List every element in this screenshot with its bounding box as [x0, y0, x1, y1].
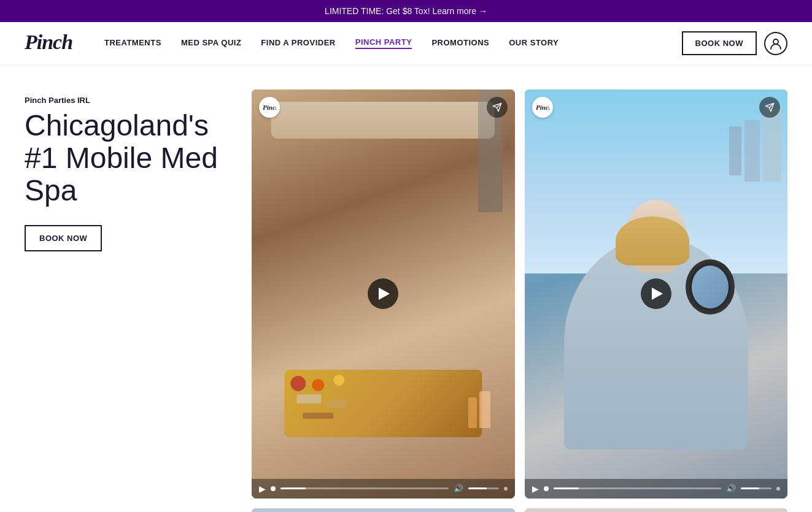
- pinch-badge-2: Pinch: [532, 97, 553, 118]
- videos-grid: Pinch ▶ 🔊: [252, 90, 787, 512]
- ctrl-extra-dot-2: [776, 487, 780, 491]
- video-controls-2: ▶ 🔊: [525, 479, 788, 499]
- ctrl-volume-1[interactable]: 🔊: [454, 484, 463, 493]
- ctrl-progress-2[interactable]: [554, 487, 722, 489]
- ctrl-dot-2: [544, 486, 549, 491]
- logo[interactable]: Pinch: [25, 29, 80, 57]
- ctrl-extra-dot-1: [504, 487, 508, 491]
- share-button-2[interactable]: [759, 97, 780, 118]
- ctrl-dot-1: [271, 486, 276, 491]
- nav-find-provider[interactable]: FIND A PROVIDER: [261, 38, 335, 48]
- nav-book-now-button[interactable]: BOOK NOW: [682, 31, 757, 55]
- navbar: Pinch TREATMENTS MED SPA QUIZ FIND A PRO…: [0, 22, 812, 65]
- play-button-1[interactable]: [368, 278, 398, 309]
- nav-pinch-party[interactable]: PINCH PARTY: [355, 37, 412, 49]
- main-content: Pinch Parties IRL Chicagoland's #1 Mobil…: [0, 65, 812, 512]
- video-card-3: Pinch Botox in Chicago ▶▶ ▶ 🔊: [252, 508, 515, 512]
- banner-text: LIMITED TIME: Get $8 Tox! Learn more: [325, 6, 476, 16]
- sidebar-label: Pinch Parties IRL: [25, 96, 233, 105]
- share-button-1[interactable]: [487, 97, 508, 118]
- nav-links: TREATMENTS MED SPA QUIZ FIND A PROVIDER …: [104, 37, 682, 49]
- sidebar-book-now-button[interactable]: BOOK NOW: [25, 225, 102, 251]
- svg-text:Pinch: Pinch: [263, 104, 276, 111]
- sidebar: Pinch Parties IRL Chicagoland's #1 Mobil…: [25, 90, 233, 512]
- svg-text:Pinch: Pinch: [536, 104, 549, 111]
- video-card-1: Pinch ▶ 🔊: [252, 90, 515, 499]
- ctrl-progress-1[interactable]: [280, 487, 449, 489]
- promo-banner: LIMITED TIME: Get $8 Tox! Learn more →: [0, 0, 812, 22]
- ctrl-volume-2[interactable]: 🔊: [726, 484, 736, 493]
- svg-point-1: [773, 39, 778, 44]
- user-account-icon[interactable]: [764, 32, 787, 55]
- video-card-2: Pinch ▶ 🔊: [525, 90, 788, 499]
- video-controls-1: ▶ 🔊: [252, 479, 515, 499]
- ctrl-volume-bar-1[interactable]: [468, 487, 499, 489]
- nav-actions: BOOK NOW: [682, 31, 787, 55]
- video-card-4: HOME FOR MY BOTOX TREATMENT WAR IS OVER!…: [525, 508, 788, 512]
- play-button-2[interactable]: [641, 278, 671, 309]
- svg-text:Pinch: Pinch: [25, 31, 72, 53]
- ctrl-play-1[interactable]: ▶: [259, 484, 266, 494]
- pinch-badge-1: Pinch: [259, 97, 280, 118]
- ctrl-play-2[interactable]: ▶: [532, 484, 539, 494]
- nav-med-spa-quiz[interactable]: MED SPA QUIZ: [181, 38, 241, 48]
- sidebar-title: Chicagoland's #1 Mobile Med Spa: [25, 110, 233, 207]
- banner-arrow: →: [479, 6, 487, 16]
- ctrl-volume-bar-2[interactable]: [741, 487, 771, 489]
- nav-promotions[interactable]: PROMOTIONS: [431, 38, 489, 48]
- play-triangle-2: [652, 288, 663, 300]
- nav-treatments[interactable]: TREATMENTS: [104, 38, 161, 48]
- play-triangle-1: [379, 288, 390, 300]
- nav-our-story[interactable]: OUR STORY: [509, 38, 559, 48]
